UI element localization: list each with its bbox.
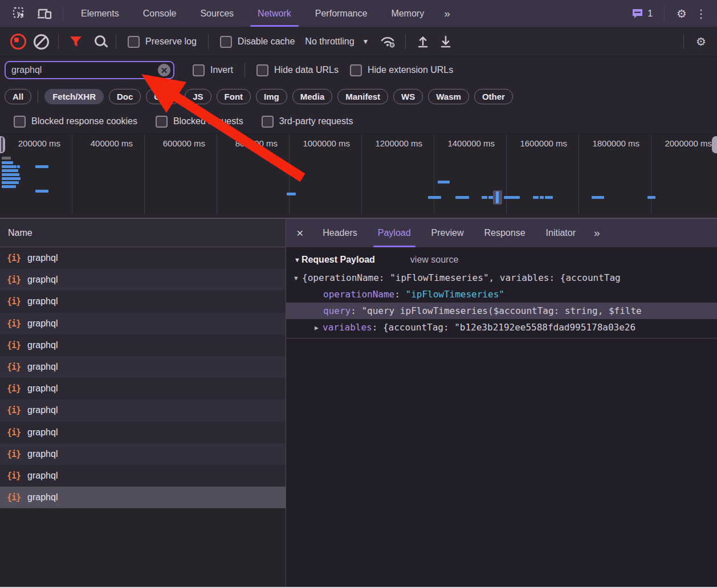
name-column-header[interactable]: Name <box>0 219 286 247</box>
timeline-request-bar[interactable] <box>545 196 553 199</box>
timeline-request-bar[interactable] <box>17 165 20 168</box>
request-row[interactable]: {i} graphql <box>0 269 286 291</box>
timeline-right-grip[interactable] <box>712 136 717 153</box>
search-button[interactable] <box>87 38 110 46</box>
timeline-request-bar[interactable] <box>2 173 19 176</box>
main-panel-tab[interactable]: Performance <box>303 0 380 27</box>
main-panel-tab[interactable]: Network <box>246 0 303 27</box>
clear-network-log-button[interactable] <box>30 34 52 50</box>
network-conditions-button[interactable] <box>377 35 400 48</box>
timeline-request-bar[interactable] <box>2 181 19 184</box>
timeline-request-bar[interactable] <box>2 157 11 160</box>
details-more-tabs-button[interactable]: » <box>586 219 607 247</box>
blocked-requests-checkbox[interactable]: Blocked requests <box>156 116 243 128</box>
request-row[interactable]: {i} graphql <box>0 313 286 334</box>
section-expander-icon[interactable]: ▼ <box>294 256 300 263</box>
timeline-request-bar[interactable] <box>2 161 13 164</box>
timeline-request-bar[interactable] <box>35 165 48 168</box>
throttling-dropdown[interactable]: No throttling ▼ <box>305 36 369 47</box>
main-panel-tab[interactable]: Console <box>131 0 189 27</box>
resource-type-chip[interactable]: Img <box>256 89 287 104</box>
network-overview-timeline[interactable]: 200000 ms400000 ms600000 ms800000 ms1000… <box>0 134 717 218</box>
details-tab[interactable]: Response <box>474 219 535 247</box>
chip-all[interactable]: All <box>5 89 31 104</box>
request-row[interactable]: {i} graphql <box>0 334 286 356</box>
payload-operation-line[interactable]: operationName: "ipFlowTimeseries" <box>286 286 717 303</box>
third-party-requests-checkbox[interactable]: 3rd-party requests <box>262 116 353 128</box>
request-row[interactable]: {i} graphql <box>0 291 286 312</box>
request-row[interactable]: {i} graphql <box>0 378 286 399</box>
disable-cache-checkbox[interactable]: Disable cache <box>220 36 295 48</box>
timeline-request-bar[interactable] <box>2 177 21 180</box>
resource-type-chip[interactable]: Manifest <box>337 89 388 104</box>
payload-pane: ▼ Request Payload view source ▼{operatio… <box>286 247 717 588</box>
issues-button[interactable]: 1 <box>626 8 658 19</box>
timeline-request-bar[interactable] <box>482 196 487 199</box>
resource-type-chip[interactable]: Other <box>474 89 513 104</box>
details-tab[interactable]: Initiator <box>536 219 586 247</box>
export-har-button[interactable] <box>434 35 457 48</box>
details-tab[interactable]: Payload <box>368 219 421 247</box>
blocked-response-cookies-checkbox[interactable]: Blocked response cookies <box>14 116 137 128</box>
more-options-icon[interactable]: ⋮ <box>693 7 711 21</box>
view-source-link[interactable]: view source <box>410 255 458 265</box>
more-tabs-button[interactable]: » <box>436 0 457 27</box>
invert-checkbox[interactable]: Invert <box>193 64 233 76</box>
timeline-request-bar[interactable] <box>438 181 450 183</box>
expander-icon[interactable]: ▶ <box>315 320 323 336</box>
payload-root-line[interactable]: ▼{operationName: "ipFlowTimeseries", var… <box>286 270 717 286</box>
details-tab[interactable]: Headers <box>312 219 367 247</box>
tab-label: Network <box>258 9 291 19</box>
timeline-request-bar[interactable] <box>540 196 544 199</box>
import-har-button[interactable] <box>412 35 434 48</box>
resource-type-chip[interactable]: JS <box>185 89 211 104</box>
details-tab[interactable]: Preview <box>421 219 474 247</box>
timeline-selected-marker[interactable] <box>493 190 502 205</box>
timeline-request-bar[interactable] <box>2 169 18 172</box>
request-row[interactable]: {i} graphql <box>0 247 286 269</box>
payload-variables-line[interactable]: ▶variables: {accountTag: "b12e3b2192ee55… <box>286 319 717 336</box>
request-row[interactable]: {i} graphql <box>0 422 286 443</box>
timeline-request-bar[interactable] <box>428 196 441 199</box>
timeline-request-bar[interactable] <box>287 193 296 195</box>
request-row[interactable]: {i} graphql <box>0 465 286 487</box>
timeline-request-bar[interactable] <box>35 190 48 193</box>
main-panel-tab[interactable]: Sources <box>188 0 246 27</box>
timeline-request-bar[interactable] <box>2 185 16 188</box>
preserve-log-checkbox[interactable]: Preserve log <box>128 36 197 48</box>
resource-type-chip[interactable]: Wasm <box>428 89 469 104</box>
resource-type-chip[interactable]: Fetch/XHR <box>44 89 104 104</box>
settings-gear-icon[interactable]: ⚙ <box>670 7 693 21</box>
close-details-icon[interactable]: × <box>286 219 312 247</box>
main-panel-tab[interactable]: Elements <box>69 0 131 27</box>
resource-type-chip[interactable]: Media <box>292 89 333 104</box>
resource-type-chip[interactable]: CSS <box>146 89 180 104</box>
timeline-request-bar[interactable] <box>647 196 655 199</box>
timeline-request-bar[interactable] <box>455 196 469 199</box>
hide-data-urls-checkbox[interactable]: Hide data URLs <box>256 64 339 76</box>
inspect-element-icon[interactable] <box>7 0 32 27</box>
filter-input[interactable] <box>5 61 174 79</box>
hide-extension-urls-checkbox[interactable]: Hide extension URLs <box>350 64 453 76</box>
payload-query-line[interactable]: query: "query ipFlowTimeseries($accountT… <box>286 303 717 319</box>
timeline-request-bar[interactable] <box>2 165 17 168</box>
chip-label: JS <box>193 92 203 101</box>
timeline-left-grip[interactable] <box>0 136 5 153</box>
expander-icon[interactable]: ▼ <box>294 270 302 286</box>
record-network-log-button[interactable] <box>7 34 30 50</box>
timeline-request-bar[interactable] <box>592 196 604 199</box>
resource-type-chip[interactable]: WS <box>393 89 423 104</box>
request-row[interactable]: {i} graphql <box>0 487 286 508</box>
filter-button[interactable] <box>64 36 87 47</box>
resource-type-chip[interactable]: Font <box>217 89 251 104</box>
timeline-request-bar[interactable] <box>533 196 539 199</box>
main-panel-tab[interactable]: Memory <box>379 0 436 27</box>
timeline-request-bar[interactable] <box>504 196 520 199</box>
request-row[interactable]: {i} graphql <box>0 399 286 421</box>
request-row[interactable]: {i} graphql <box>0 443 286 465</box>
network-settings-gear-icon[interactable]: ⚙ <box>690 35 712 48</box>
resource-type-chip[interactable]: Doc <box>109 89 141 104</box>
request-row[interactable]: {i} graphql <box>0 356 286 378</box>
toggle-device-toolbar-icon[interactable] <box>32 0 57 27</box>
clear-filter-icon[interactable]: ✕ <box>158 64 170 76</box>
